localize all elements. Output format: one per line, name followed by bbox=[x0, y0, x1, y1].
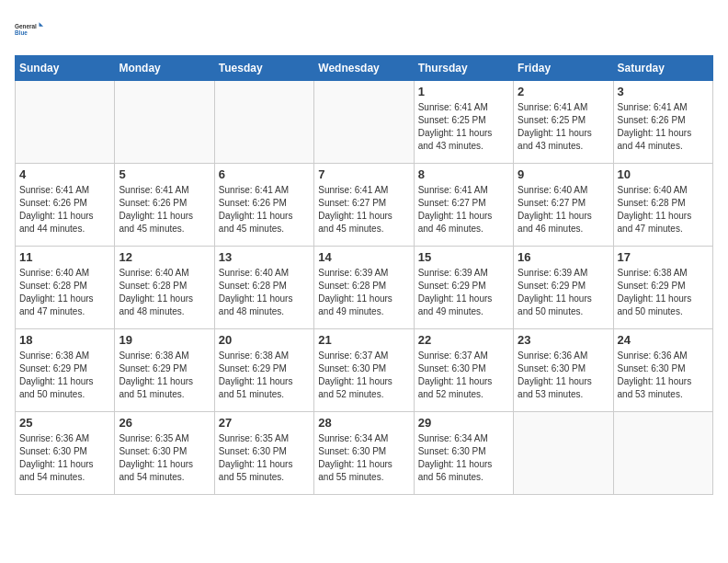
day-info: Sunrise: 6:36 AMSunset: 6:30 PMDaylight:… bbox=[618, 350, 709, 401]
col-header-thursday: Thursday bbox=[414, 56, 513, 81]
day-info: Sunrise: 6:40 AMSunset: 6:28 PMDaylight:… bbox=[618, 184, 709, 236]
day-info: Sunrise: 6:35 AMSunset: 6:30 PMDaylight:… bbox=[119, 432, 210, 484]
day-number: 10 bbox=[618, 167, 709, 181]
day-number: 2 bbox=[518, 85, 609, 98]
day-number: 19 bbox=[119, 333, 210, 347]
logo: GeneralBlue bbox=[15, 15, 44, 44]
calendar-cell: 6Sunrise: 6:41 AMSunset: 6:26 PMDaylight… bbox=[214, 164, 313, 247]
day-info: Sunrise: 6:41 AMSunset: 6:26 PMDaylight:… bbox=[618, 101, 709, 153]
calendar-cell: 13Sunrise: 6:40 AMSunset: 6:28 PMDayligh… bbox=[214, 247, 313, 329]
calendar-cell: 24Sunrise: 6:36 AMSunset: 6:30 PMDayligh… bbox=[613, 329, 712, 412]
calendar-cell: 22Sunrise: 6:37 AMSunset: 6:30 PMDayligh… bbox=[414, 329, 513, 412]
calendar-cell bbox=[16, 81, 115, 164]
svg-marker-2 bbox=[40, 22, 44, 27]
calendar-cell: 21Sunrise: 6:37 AMSunset: 6:30 PMDayligh… bbox=[314, 329, 414, 412]
day-number: 16 bbox=[518, 250, 609, 264]
calendar-cell: 28Sunrise: 6:34 AMSunset: 6:30 PMDayligh… bbox=[314, 412, 414, 495]
day-number: 9 bbox=[518, 167, 609, 181]
calendar-cell bbox=[115, 81, 214, 164]
day-info: Sunrise: 6:41 AMSunset: 6:27 PMDaylight:… bbox=[418, 184, 509, 236]
day-number: 24 bbox=[618, 333, 709, 347]
day-info: Sunrise: 6:40 AMSunset: 6:28 PMDaylight:… bbox=[219, 267, 310, 318]
calendar-cell: 26Sunrise: 6:35 AMSunset: 6:30 PMDayligh… bbox=[115, 412, 214, 495]
day-info: Sunrise: 6:34 AMSunset: 6:30 PMDaylight:… bbox=[318, 432, 409, 484]
calendar-cell: 8Sunrise: 6:41 AMSunset: 6:27 PMDaylight… bbox=[414, 164, 513, 247]
day-number: 11 bbox=[19, 250, 110, 264]
calendar-cell: 20Sunrise: 6:38 AMSunset: 6:29 PMDayligh… bbox=[214, 329, 313, 412]
day-info: Sunrise: 6:39 AMSunset: 6:29 PMDaylight:… bbox=[518, 267, 609, 318]
calendar-cell: 23Sunrise: 6:36 AMSunset: 6:30 PMDayligh… bbox=[514, 329, 613, 412]
calendar-cell bbox=[613, 412, 712, 495]
day-number: 6 bbox=[219, 167, 310, 181]
day-number: 12 bbox=[119, 250, 210, 264]
day-number: 1 bbox=[418, 85, 509, 98]
day-info: Sunrise: 6:41 AMSunset: 6:26 PMDaylight:… bbox=[219, 184, 310, 236]
day-info: Sunrise: 6:41 AMSunset: 6:27 PMDaylight:… bbox=[318, 184, 409, 236]
day-number: 23 bbox=[518, 333, 609, 347]
day-info: Sunrise: 6:40 AMSunset: 6:27 PMDaylight:… bbox=[518, 184, 609, 236]
day-number: 18 bbox=[19, 333, 110, 347]
svg-text:General: General bbox=[15, 23, 37, 29]
col-header-sunday: Sunday bbox=[16, 56, 115, 81]
day-info: Sunrise: 6:38 AMSunset: 6:29 PMDaylight:… bbox=[219, 350, 310, 401]
calendar-cell: 9Sunrise: 6:40 AMSunset: 6:27 PMDaylight… bbox=[514, 164, 613, 247]
calendar-cell: 10Sunrise: 6:40 AMSunset: 6:28 PMDayligh… bbox=[613, 164, 712, 247]
calendar-cell: 3Sunrise: 6:41 AMSunset: 6:26 PMDaylight… bbox=[613, 81, 712, 164]
col-header-monday: Monday bbox=[115, 56, 214, 81]
day-number: 25 bbox=[19, 416, 110, 430]
calendar-week-4: 18Sunrise: 6:38 AMSunset: 6:29 PMDayligh… bbox=[16, 329, 713, 412]
logo-icon: GeneralBlue bbox=[15, 15, 44, 44]
calendar-cell: 15Sunrise: 6:39 AMSunset: 6:29 PMDayligh… bbox=[414, 247, 513, 329]
calendar-cell: 25Sunrise: 6:36 AMSunset: 6:30 PMDayligh… bbox=[16, 412, 115, 495]
day-number: 8 bbox=[418, 167, 509, 181]
col-header-saturday: Saturday bbox=[613, 56, 712, 81]
col-header-tuesday: Tuesday bbox=[214, 56, 313, 81]
calendar-week-3: 11Sunrise: 6:40 AMSunset: 6:28 PMDayligh… bbox=[16, 247, 713, 329]
calendar-cell bbox=[314, 81, 414, 164]
day-info: Sunrise: 6:36 AMSunset: 6:30 PMDaylight:… bbox=[518, 350, 609, 401]
calendar-cell: 1Sunrise: 6:41 AMSunset: 6:25 PMDaylight… bbox=[414, 81, 513, 164]
col-header-friday: Friday bbox=[514, 56, 613, 81]
calendar-cell: 4Sunrise: 6:41 AMSunset: 6:26 PMDaylight… bbox=[16, 164, 115, 247]
calendar-cell: 7Sunrise: 6:41 AMSunset: 6:27 PMDaylight… bbox=[314, 164, 414, 247]
day-info: Sunrise: 6:39 AMSunset: 6:29 PMDaylight:… bbox=[418, 267, 509, 318]
day-info: Sunrise: 6:34 AMSunset: 6:30 PMDaylight:… bbox=[418, 432, 509, 484]
day-info: Sunrise: 6:38 AMSunset: 6:29 PMDaylight:… bbox=[119, 350, 210, 401]
day-number: 15 bbox=[418, 250, 509, 264]
day-number: 3 bbox=[618, 85, 709, 98]
day-info: Sunrise: 6:37 AMSunset: 6:30 PMDaylight:… bbox=[418, 350, 509, 401]
day-info: Sunrise: 6:37 AMSunset: 6:30 PMDaylight:… bbox=[318, 350, 409, 401]
col-header-wednesday: Wednesday bbox=[314, 56, 414, 81]
day-number: 13 bbox=[219, 250, 310, 264]
day-info: Sunrise: 6:41 AMSunset: 6:25 PMDaylight:… bbox=[518, 101, 609, 153]
day-info: Sunrise: 6:41 AMSunset: 6:25 PMDaylight:… bbox=[418, 101, 509, 153]
day-number: 20 bbox=[219, 333, 310, 347]
calendar-cell: 27Sunrise: 6:35 AMSunset: 6:30 PMDayligh… bbox=[214, 412, 313, 495]
day-number: 29 bbox=[418, 416, 509, 430]
page-header: GeneralBlue bbox=[15, 15, 713, 44]
day-number: 4 bbox=[19, 167, 110, 181]
day-info: Sunrise: 6:40 AMSunset: 6:28 PMDaylight:… bbox=[119, 267, 210, 318]
calendar-cell: 5Sunrise: 6:41 AMSunset: 6:26 PMDaylight… bbox=[115, 164, 214, 247]
calendar-header-row: SundayMondayTuesdayWednesdayThursdayFrid… bbox=[16, 56, 713, 81]
calendar-week-5: 25Sunrise: 6:36 AMSunset: 6:30 PMDayligh… bbox=[16, 412, 713, 495]
day-number: 26 bbox=[119, 416, 210, 430]
day-number: 14 bbox=[318, 250, 409, 264]
day-info: Sunrise: 6:36 AMSunset: 6:30 PMDaylight:… bbox=[19, 432, 110, 484]
calendar-week-2: 4Sunrise: 6:41 AMSunset: 6:26 PMDaylight… bbox=[16, 164, 713, 247]
day-info: Sunrise: 6:39 AMSunset: 6:28 PMDaylight:… bbox=[318, 267, 409, 318]
calendar-cell: 2Sunrise: 6:41 AMSunset: 6:25 PMDaylight… bbox=[514, 81, 613, 164]
calendar-cell: 12Sunrise: 6:40 AMSunset: 6:28 PMDayligh… bbox=[115, 247, 214, 329]
svg-text:Blue: Blue bbox=[15, 29, 28, 36]
day-number: 22 bbox=[418, 333, 509, 347]
calendar-week-1: 1Sunrise: 6:41 AMSunset: 6:25 PMDaylight… bbox=[16, 81, 713, 164]
calendar-cell: 11Sunrise: 6:40 AMSunset: 6:28 PMDayligh… bbox=[16, 247, 115, 329]
calendar-table: SundayMondayTuesdayWednesdayThursdayFrid… bbox=[15, 55, 713, 495]
calendar-cell: 14Sunrise: 6:39 AMSunset: 6:28 PMDayligh… bbox=[314, 247, 414, 329]
day-number: 7 bbox=[318, 167, 409, 181]
calendar-cell bbox=[514, 412, 613, 495]
calendar-cell: 16Sunrise: 6:39 AMSunset: 6:29 PMDayligh… bbox=[514, 247, 613, 329]
day-number: 17 bbox=[618, 250, 709, 264]
day-number: 5 bbox=[119, 167, 210, 181]
calendar-cell: 29Sunrise: 6:34 AMSunset: 6:30 PMDayligh… bbox=[414, 412, 513, 495]
